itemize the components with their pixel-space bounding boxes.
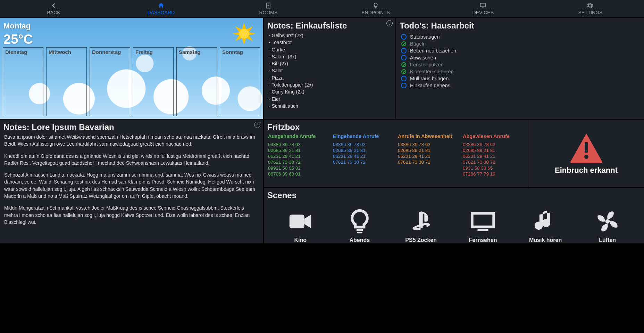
phone-number[interactable]: 07621 73 30 72 xyxy=(333,159,394,165)
circle-icon xyxy=(401,55,407,60)
phone-number[interactable]: 07266 77 79 19 xyxy=(463,171,524,177)
forecast-day[interactable]: Dienstag xyxy=(3,47,43,116)
forecast-label: Sonntag xyxy=(222,49,243,55)
forecast-label: Samstag xyxy=(179,49,201,55)
column-header: Abgewiesen Anrufe xyxy=(463,133,524,139)
monitor-icon xyxy=(479,2,486,9)
todo-item[interactable]: Müll raus bringen xyxy=(401,75,639,82)
svg-rect-12 xyxy=(356,229,363,231)
scene-kino[interactable]: Kino xyxy=(287,208,314,243)
todo-item[interactable]: Betten neu beziehen xyxy=(401,47,639,54)
forecast-day[interactable]: Sonntag xyxy=(220,47,260,116)
sun-icon xyxy=(232,22,256,46)
forecast-day[interactable]: Mittwoch xyxy=(46,47,87,116)
check-icon xyxy=(401,69,407,74)
shopping-item: - Pizza xyxy=(269,74,391,81)
nav-rooms-label: ROOMS xyxy=(259,10,277,15)
phone-number[interactable]: 03886 36 78 63 xyxy=(333,141,394,147)
phone-number[interactable]: 07621 73 30 72 xyxy=(398,159,459,165)
forecast-day[interactable]: Donnerstag xyxy=(90,47,130,116)
bavarian-paragraph: Schbozal Almrausch Landla, nackata. Hogg… xyxy=(0,171,263,204)
bulb-icon xyxy=(346,208,373,235)
scene-label: Kino xyxy=(294,237,307,243)
scene-ps5[interactable]: PS5 Zocken xyxy=(405,208,437,243)
todos-panel: Todo's: Hausarbeit StaubsaugenBügelnBett… xyxy=(396,18,644,119)
shopping-item: - Gelbwurst (2x) xyxy=(269,32,391,39)
phone-number[interactable]: 03886 36 78 63 xyxy=(463,141,524,147)
shopping-item: - Salat xyxy=(269,67,391,74)
todo-label: Müll raus bringen xyxy=(410,76,449,81)
bavarian-paragraph: Middn Mongdratzal i Schmankal, vasteh Jo… xyxy=(0,204,263,230)
gear-icon xyxy=(587,2,594,9)
todo-item[interactable]: Klamotten sortieren xyxy=(401,68,639,75)
phone-number[interactable]: 03886 36 78 63 xyxy=(268,141,329,147)
todo-item[interactable]: Staubsaugen xyxy=(401,33,639,40)
nav-dashboard[interactable]: DASBOARD xyxy=(107,0,215,17)
phone-number[interactable]: 06231 29 41 21 xyxy=(398,153,459,159)
scene-label: Fernsehen xyxy=(469,237,497,243)
alarm-panel[interactable]: Einbruch erkannt xyxy=(528,120,644,187)
svg-point-15 xyxy=(605,219,609,224)
forecast-day[interactable]: Samstag xyxy=(176,47,217,116)
circle-icon xyxy=(401,34,407,40)
bavarian-paragraph: Bavaria ipsum dolor sit amet Weißwiaschd… xyxy=(0,133,263,153)
phone-number[interactable]: 02685 89 21 81 xyxy=(268,147,329,153)
weather-temperature: 25°C xyxy=(3,32,260,47)
more-icon[interactable]: ⋮ xyxy=(254,122,260,128)
more-icon[interactable]: ⋮ xyxy=(386,20,393,26)
scene-label: Lüften xyxy=(599,237,616,243)
phone-number[interactable]: 06706 39 68 01 xyxy=(268,171,329,177)
shopping-list: - Gelbwurst (2x)- Toastbrot- Gurke- Sala… xyxy=(264,32,395,113)
phone-number[interactable]: 02685 89 21 81 xyxy=(333,147,394,153)
svg-point-1 xyxy=(268,5,268,6)
phone-number[interactable]: 07621 73 30 72 xyxy=(463,159,524,165)
phone-number[interactable]: 0931 58 33 65 xyxy=(463,165,524,171)
scene-lueften[interactable]: Lüften xyxy=(594,208,621,243)
svg-rect-8 xyxy=(585,142,588,153)
nav-endpoints[interactable]: ENDPOINTS xyxy=(322,0,429,17)
phone-number[interactable]: 07621 73 30 72 xyxy=(268,159,329,165)
nav-devices[interactable]: DEVICES xyxy=(429,0,537,17)
calls-incoming: Eingehende Anrufe03886 36 78 6302685 89 … xyxy=(333,133,394,177)
todo-item[interactable]: Einkaufen gehens xyxy=(401,82,639,89)
todo-label: Bügeln xyxy=(410,41,426,47)
shopping-item: - Salami (3x) xyxy=(269,53,391,60)
nav-devices-label: DEVICES xyxy=(472,10,494,15)
phone-number[interactable]: 09921 50 05 82 xyxy=(268,165,329,171)
nav-dashboard-label: DASBOARD xyxy=(147,10,175,15)
scene-fernsehen[interactable]: Fernsehen xyxy=(469,208,497,243)
todo-item[interactable]: Fenster putzen xyxy=(401,61,639,68)
nav-rooms[interactable]: ROOMS xyxy=(215,0,322,17)
forecast-label: Mittwoch xyxy=(49,49,71,55)
todo-item[interactable]: Bügeln xyxy=(401,40,639,47)
fan-icon xyxy=(594,208,621,235)
forecast-label: Freitag xyxy=(135,49,153,55)
phone-number[interactable]: 03886 36 78 63 xyxy=(398,141,459,147)
nav-back-label: BACK xyxy=(47,10,60,15)
forecast-row: Dienstag Mittwoch Donnerstag Freitag Sam… xyxy=(3,47,260,116)
nav-settings[interactable]: SETTINGS xyxy=(537,0,644,17)
alarm-message: Einbruch erkannt xyxy=(555,166,618,175)
shopping-item: - Toilettenpapier (2x) xyxy=(269,81,391,88)
todo-label: Staubsaugen xyxy=(410,34,440,40)
forecast-day[interactable]: Freitag xyxy=(133,47,174,116)
circle-icon xyxy=(401,76,407,81)
check-icon xyxy=(401,41,407,47)
dashboard-grid: Montag 25°C Dienstag Mittwoch Donnerstag… xyxy=(0,17,644,243)
phone-number[interactable]: 06231 29 41 21 xyxy=(268,153,329,159)
phone-number[interactable]: 06231 29 41 21 xyxy=(463,153,524,159)
scene-musik[interactable]: Musik hören xyxy=(529,208,562,243)
circle-icon xyxy=(401,48,407,54)
phone-number[interactable]: 06231 29 41 21 xyxy=(333,153,394,159)
scene-abends[interactable]: Abends xyxy=(346,208,373,243)
bavarian-panel: ⋮ Notes: Lore Ipsum Bavarian Bavaria ips… xyxy=(0,120,263,243)
phone-number[interactable]: 02685 89 21 81 xyxy=(398,147,459,153)
nav-settings-label: SETTINGS xyxy=(578,10,602,15)
playstation-icon xyxy=(408,208,435,235)
todo-label: Fenster putzen xyxy=(410,62,444,67)
nav-back[interactable]: BACK xyxy=(0,0,107,17)
todo-item[interactable]: Abwaschen xyxy=(401,54,639,61)
circle-icon xyxy=(401,83,407,88)
phone-number[interactable]: 02685 89 21 81 xyxy=(463,147,524,153)
svg-rect-13 xyxy=(357,232,362,234)
